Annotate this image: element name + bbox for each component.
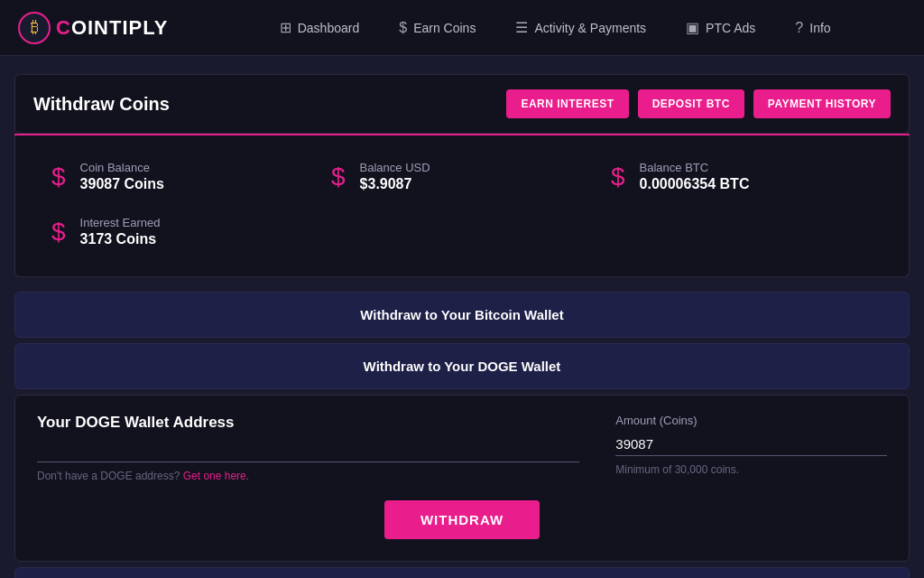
wallet-address-title: Your DOGE Wallet Address xyxy=(37,414,579,432)
header-buttons: EARN INTEREST DEPOSIT BTC PAYMENT HISTOR… xyxy=(506,89,891,118)
payment-history-button[interactable]: PAYMENT HISTORY xyxy=(753,89,891,118)
withdraw-doge-button[interactable]: Withdraw to Your DOGE Wallet xyxy=(14,343,910,389)
amount-label: Amount (Coins) xyxy=(615,414,887,427)
interest-card: $ Interest Earned 3173 Coins xyxy=(42,209,882,255)
balance-section: $ Coin Balance 39087 Coins $ Balance USD… xyxy=(14,135,910,277)
dashboard-icon: ⊞ xyxy=(280,19,291,36)
balance-row-1: $ Coin Balance 39087 Coins $ Balance USD… xyxy=(42,154,882,200)
page-header: Withdraw Coins EARN INTEREST DEPOSIT BTC… xyxy=(14,74,910,134)
logo-text: COINTIPLY xyxy=(56,16,168,40)
btc-balance-card: $ Balance BTC 0.00006354 BTC xyxy=(602,154,882,200)
nav-item-earn-coins[interactable]: $ Earn Coins xyxy=(379,0,495,56)
deposit-btc-button[interactable]: DEPOSIT BTC xyxy=(638,89,744,118)
logo[interactable]: ₿ COINTIPLY xyxy=(18,12,168,44)
info-icon: ? xyxy=(795,20,803,36)
activity-icon: ☰ xyxy=(515,19,528,36)
coin-balance-card: $ Coin Balance 39087 Coins xyxy=(42,154,322,200)
balance-row-2: $ Interest Earned 3173 Coins xyxy=(42,209,882,255)
nav-item-info[interactable]: ? Info xyxy=(775,0,850,56)
minimum-hint: Minimum of 30,000 coins. xyxy=(615,463,887,476)
wallet-address-col: Your DOGE Wallet Address Don't have a DO… xyxy=(37,414,579,482)
nav-item-dashboard[interactable]: ⊞ Dashboard xyxy=(260,0,380,56)
earn-interest-button[interactable]: EARN INTEREST xyxy=(506,89,628,118)
usd-balance-icon: $ xyxy=(331,164,346,190)
get-doge-address-link[interactable]: Get one here. xyxy=(183,470,249,482)
withdraw-bitcoin-button[interactable]: Withdraw to Your Bitcoin Wallet xyxy=(14,292,910,338)
wallet-address-input[interactable] xyxy=(37,439,579,462)
doge-form-row: Your DOGE Wallet Address Don't have a DO… xyxy=(37,414,887,482)
btc-balance-info: Balance BTC 0.00006354 BTC xyxy=(640,161,750,192)
nav-items: ⊞ Dashboard $ Earn Coins ☰ Activity & Pa… xyxy=(204,0,906,56)
nav-item-ptc-ads[interactable]: ▣ PTC Ads xyxy=(666,0,775,56)
withdraw-button[interactable]: WITHDRAW xyxy=(384,500,540,539)
doge-form-section: Your DOGE Wallet Address Don't have a DO… xyxy=(14,395,910,562)
amount-col: Amount (Coins) Minimum of 30,000 coins. xyxy=(615,414,887,476)
navbar: ₿ COINTIPLY ⊞ Dashboard $ Earn Coins ☰ A… xyxy=(0,0,924,56)
page-title: Withdraw Coins xyxy=(33,94,170,115)
usd-balance-info: Balance USD $3.9087 xyxy=(360,161,430,192)
withdraw-dash-button[interactable]: Withdraw to Your DASH Wallet xyxy=(14,567,910,578)
coin-balance-icon: $ xyxy=(51,164,66,190)
coin-balance-info: Coin Balance 39087 Coins xyxy=(80,161,164,192)
withdraw-action-row: WITHDRAW xyxy=(37,500,887,539)
ptc-icon: ▣ xyxy=(686,19,699,36)
amount-input[interactable] xyxy=(615,433,887,456)
logo-icon: ₿ xyxy=(18,12,51,44)
interest-icon: $ xyxy=(51,219,66,245)
earn-coins-icon: $ xyxy=(399,20,407,36)
usd-balance-card: $ Balance USD $3.9087 xyxy=(322,154,602,200)
interest-info: Interest Earned 3173 Coins xyxy=(80,216,161,247)
main-content: Withdraw Coins EARN INTEREST DEPOSIT BTC… xyxy=(0,56,924,578)
btc-balance-icon: $ xyxy=(611,164,625,190)
nav-item-activity[interactable]: ☰ Activity & Payments xyxy=(495,0,666,56)
doge-address-hint: Don't have a DOGE address? Get one here. xyxy=(37,470,579,482)
